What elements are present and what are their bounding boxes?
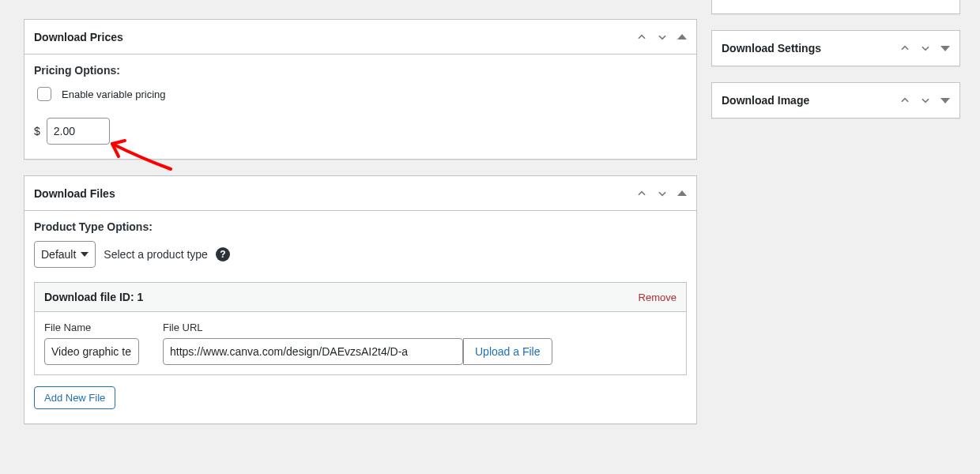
- download-prices-title: Download Prices: [34, 31, 636, 43]
- download-settings-header[interactable]: Download Settings: [712, 31, 959, 66]
- file-url-input[interactable]: [163, 338, 463, 365]
- product-type-options-label: Product Type Options:: [34, 220, 687, 233]
- toggle-panel-icon[interactable]: [940, 98, 950, 103]
- move-down-icon[interactable]: [920, 43, 931, 54]
- download-file-entry: Download file ID: 1 Remove File Name Fil…: [34, 282, 687, 375]
- download-prices-header: Download Prices: [24, 20, 696, 55]
- move-down-icon[interactable]: [657, 188, 668, 199]
- download-prices-metabox: Download Prices Pricing Options: Enable …: [24, 19, 697, 160]
- pricing-options-label: Pricing Options:: [34, 64, 687, 77]
- add-new-file-button[interactable]: Add New File: [34, 386, 115, 409]
- toggle-panel-icon[interactable]: [940, 46, 950, 51]
- move-up-icon[interactable]: [636, 32, 647, 43]
- variable-pricing-label: Enable variable pricing: [62, 88, 166, 100]
- variable-pricing-row[interactable]: Enable variable pricing: [34, 85, 687, 103]
- upload-file-button[interactable]: Upload a File: [463, 338, 552, 365]
- price-input[interactable]: [47, 118, 110, 145]
- move-down-icon[interactable]: [920, 95, 931, 106]
- move-up-icon[interactable]: [636, 188, 647, 199]
- file-name-label: File Name: [44, 322, 139, 333]
- download-image-metabox: Download Image: [711, 82, 960, 118]
- remove-file-link[interactable]: Remove: [639, 292, 677, 303]
- move-down-icon[interactable]: [657, 32, 668, 43]
- file-name-input[interactable]: [44, 338, 139, 365]
- move-up-icon[interactable]: [899, 95, 910, 106]
- sidebar-empty-box: [711, 0, 960, 14]
- product-type-selected-value: Default: [41, 248, 76, 261]
- download-settings-title: Download Settings: [722, 42, 899, 55]
- toggle-panel-icon[interactable]: [677, 190, 687, 196]
- product-type-select[interactable]: Default: [34, 241, 96, 268]
- chevron-down-icon: [81, 252, 89, 257]
- download-files-title: Download Files: [34, 187, 636, 200]
- variable-pricing-checkbox[interactable]: [37, 87, 51, 101]
- help-icon[interactable]: ?: [216, 247, 230, 261]
- file-url-label: File URL: [163, 322, 552, 333]
- download-file-id-label: Download file ID: 1: [44, 291, 143, 303]
- product-type-hint: Select a product type: [104, 248, 208, 261]
- move-up-icon[interactable]: [899, 43, 910, 54]
- currency-symbol: $: [34, 125, 40, 137]
- download-files-metabox: Download Files Product Type Options: Def…: [24, 175, 697, 424]
- download-settings-metabox: Download Settings: [711, 30, 960, 66]
- download-image-header[interactable]: Download Image: [712, 83, 959, 118]
- download-files-header: Download Files: [24, 176, 696, 211]
- download-image-title: Download Image: [722, 94, 899, 107]
- toggle-panel-icon[interactable]: [677, 34, 687, 40]
